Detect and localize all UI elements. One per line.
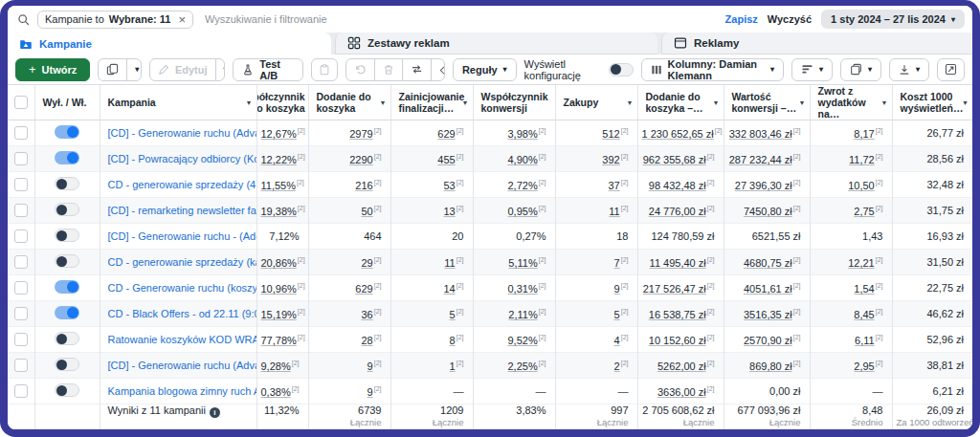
clipboard-button[interactable]: [311, 58, 338, 81]
metric-value: 50: [361, 205, 372, 216]
header-checkout-initiated[interactable]: Zainicjowanie finalizacji…▼: [390, 85, 473, 120]
tag-button[interactable]: [431, 59, 445, 80]
export-button[interactable]: ▾: [889, 58, 929, 81]
remove-filter-icon[interactable]: ×: [178, 13, 186, 26]
metric-value: 997: [611, 404, 628, 416]
campaign-toggle[interactable]: [55, 151, 79, 164]
campaign-link[interactable]: CD - Black Offers - od 22.11 (9:00) do 0…: [108, 308, 257, 319]
metric-value: 2,25%: [508, 360, 538, 371]
filter-chip-prefix: Kampanie to: [45, 13, 104, 25]
metric-value: 8,17: [854, 127, 874, 139]
campaign-toggle[interactable]: [55, 358, 79, 371]
metric-value: 3636,00 zł: [657, 385, 706, 397]
campaign-toggle[interactable]: [55, 203, 79, 216]
campaign-toggle[interactable]: [55, 229, 79, 242]
metric-value: 677 093,96 zł: [737, 404, 800, 416]
reports-button[interactable]: ▾: [840, 58, 881, 81]
campaign-link[interactable]: CD - Generowanie ruchu (koszyki): [108, 282, 257, 294]
show-config-toggle[interactable]: [609, 63, 634, 76]
metric-cell: 3636,00 zł[2]: [637, 379, 724, 404]
row-checkbox[interactable]: [14, 126, 28, 140]
campaign-link[interactable]: [CD] - Generowanie ruchu (Advantage+) – …: [108, 360, 257, 371]
campaign-link[interactable]: Kampania blogowa zimny ruch ADV+: [108, 385, 257, 397]
metric-cell: 8,17[2]: [810, 120, 892, 146]
swap-button[interactable]: [402, 59, 431, 80]
campaign-toggle[interactable]: [55, 125, 79, 139]
date-range-selector[interactable]: 1 sty 2024 – 27 lis 2024 ▾: [821, 10, 965, 29]
duplicate-dropdown[interactable]: ▾: [126, 59, 142, 80]
campaign-toggle[interactable]: [55, 383, 79, 397]
header-add-to-cart[interactable]: Dodanie do koszyka▼: [308, 85, 390, 120]
campaign-link[interactable]: [CD] - Generowanie ruchu - (AddToCart): [108, 230, 257, 242]
ab-test-button[interactable]: Test A/B: [233, 58, 303, 81]
footnote-marker: [2]: [793, 360, 801, 366]
header-campaign[interactable]: Kampania▼: [100, 85, 256, 120]
tab-ad-sets[interactable]: Zestawy reklam: [335, 33, 657, 55]
campaign-toggle[interactable]: [55, 306, 79, 319]
row-checkbox[interactable]: [14, 255, 28, 269]
chevron-down-icon: ▾: [135, 65, 139, 74]
metric-value: 15,19%: [261, 308, 297, 319]
edit-button[interactable]: Edytuj: [150, 59, 215, 80]
row-checkbox[interactable]: [14, 307, 28, 320]
row-checkbox[interactable]: [14, 152, 28, 165]
campaign-link[interactable]: CD - generowanie sprzedaży (karuzela) – …: [108, 256, 257, 268]
header-roas[interactable]: Zwrot z wydatków na…▼: [810, 85, 892, 120]
metric-cell: 16 538,75 zł[2]: [637, 301, 724, 327]
filter-chip[interactable]: Kampanie to Wybrane: 11 ×: [37, 11, 193, 29]
metric-sublabel: Łącznie: [395, 417, 464, 427]
metric-value: 9,28%: [261, 360, 291, 371]
metric-cell: 38,81 zł: [892, 353, 972, 379]
row-checkbox[interactable]: [14, 178, 28, 191]
header-conversion-rate[interactable]: Współczynnik konwersji: [473, 85, 555, 120]
ab-test-label: Test A/B: [259, 58, 294, 81]
undo-button[interactable]: [346, 59, 374, 80]
save-filter-link[interactable]: Zapisz: [725, 13, 758, 25]
campaign-toggle[interactable]: [55, 332, 79, 345]
clear-filter-link[interactable]: Wyczyść: [768, 13, 812, 25]
info-icon[interactable]: i: [210, 407, 220, 418]
header-add-to-cart-rate[interactable]: Współczynnik dodania do koszyka: [256, 85, 308, 120]
campaign-link[interactable]: [CD] - Generowanie ruchu (Advantage+): [108, 127, 257, 139]
tab-ads[interactable]: Reklamy: [661, 33, 972, 55]
campaign-toggle[interactable]: [55, 254, 79, 268]
charts-button[interactable]: [937, 58, 965, 81]
toolbar: + Utwórz ▾ Edytuj ▾ Test A/B: [8, 55, 972, 84]
duplicate-button[interactable]: [99, 59, 126, 80]
campaign-link[interactable]: Ratowanie koszyków KOD WRACAM: [108, 334, 257, 345]
campaign-toggle[interactable]: [55, 177, 79, 190]
footnote-marker: [2]: [876, 334, 883, 340]
select-all-checkbox[interactable]: [14, 96, 28, 109]
row-checkbox[interactable]: [14, 281, 28, 295]
table-row: CD - Black Offers - od 22.11 (9:00) do 0…: [8, 301, 972, 327]
campaign-link[interactable]: [CD] - Powracający odbiorcy (Konwersje): [108, 153, 257, 164]
header-cpm[interactable]: Koszt 1000 wyświetleń…▼: [892, 85, 972, 120]
edit-dropdown[interactable]: ▾: [215, 59, 226, 80]
campaign-link[interactable]: [CD] - remarketing newsletter facebook -…: [108, 205, 257, 216]
metric-cell: 19,38%[2]: [256, 198, 308, 224]
metric-cell: 1,43: [810, 224, 892, 250]
row-checkbox[interactable]: [14, 384, 28, 398]
rules-button[interactable]: Reguły ▾: [453, 58, 517, 81]
campaign-link[interactable]: CD - generowanie sprzedaży (4 karuzele): [108, 179, 257, 190]
footnote-marker: [2]: [457, 153, 464, 160]
campaign-toggle[interactable]: [55, 280, 79, 294]
columns-button[interactable]: Kolumny: Damian Klemann ▾: [641, 58, 784, 81]
row-checkbox[interactable]: [14, 229, 28, 243]
create-button[interactable]: + Utwórz: [15, 58, 90, 81]
header-purchases[interactable]: Zakupy▼: [555, 85, 637, 120]
header-conversion-value[interactable]: Wartość konwersji –…▼: [724, 85, 810, 120]
footnote-marker: [2]: [374, 153, 382, 160]
breakdown-button[interactable]: ▾: [791, 58, 833, 81]
header-add-to-cart-value[interactable]: Dodanie do koszyka –…▼: [637, 85, 724, 120]
metric-value: 5,11%: [508, 256, 537, 268]
delete-button[interactable]: [374, 59, 402, 80]
footnote-marker: [2]: [621, 334, 629, 340]
row-checkbox[interactable]: [14, 333, 28, 346]
row-checkbox[interactable]: [14, 204, 28, 217]
metric-value: 629: [437, 127, 455, 139]
row-checkbox[interactable]: [14, 359, 28, 372]
search-input[interactable]: Wyszukiwanie i filtrowanie: [205, 13, 725, 25]
tab-campaigns[interactable]: Kampanie: [8, 33, 331, 55]
metric-cell: 455[2]: [390, 146, 473, 172]
